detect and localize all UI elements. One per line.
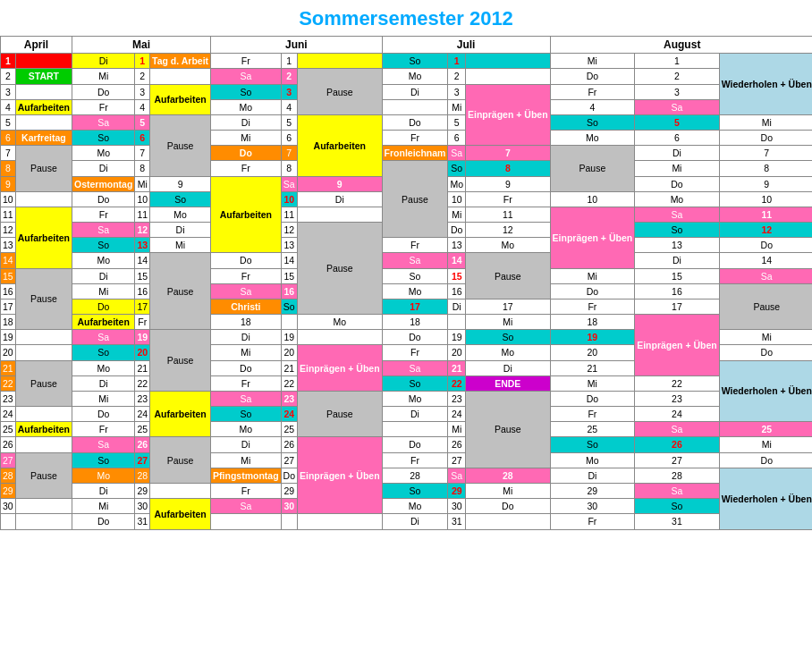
mai-14-dow: Mo: [72, 253, 135, 268]
juni-3-num: 3: [281, 84, 297, 99]
aug-13-dow: Mo: [466, 238, 551, 253]
april-29-num: 29: [1, 484, 16, 499]
juli-14-act: Pause: [466, 253, 551, 299]
april-13-num: 13: [1, 238, 16, 253]
juli-8-dow: So: [448, 161, 466, 176]
juli-19-num: 19: [448, 330, 466, 345]
mai-20-num: 20: [135, 345, 150, 360]
juli-1-num: 1: [448, 54, 466, 69]
sep-5-dow: Mi: [719, 114, 812, 130]
mai-12-num: 12: [135, 223, 150, 238]
aug-16-dow: Do: [550, 283, 635, 299]
april-21-num: 21: [1, 360, 16, 375]
juli-4-num: 4: [550, 99, 635, 114]
juni-15-num: 15: [281, 268, 297, 283]
aug-3-dow: Fr: [550, 84, 635, 99]
april-18-act: Aufarbeiten: [72, 315, 135, 330]
juli-12-num: 12: [466, 223, 551, 238]
april-16-num: 16: [1, 283, 16, 299]
mai-9-act: Aufarbeiten: [211, 176, 282, 253]
juli-25-dow: Mi: [448, 422, 466, 437]
juli-28-num: 28: [466, 468, 551, 483]
april-6-num: 6: [1, 131, 16, 146]
mai-28-act: Pfingstmontag: [211, 468, 282, 483]
header-juli: Juli: [382, 37, 550, 54]
mai-17-act: Christi: [211, 299, 282, 314]
aug-12-dow: So: [635, 223, 720, 238]
juni-5-act: Aufarbeiten: [298, 114, 383, 176]
april-4-act: Aufarbeiten: [15, 99, 72, 114]
juli-6-dow: Fr: [382, 131, 448, 146]
april-15-num: 15: [1, 268, 16, 283]
april-25-num: 25: [1, 422, 16, 437]
aug-31-num: 31: [635, 514, 720, 529]
juli-15-num: 15: [448, 268, 466, 283]
april-2-num: 2: [1, 69, 16, 84]
aug-11-num: 11: [719, 207, 812, 222]
juli-12-dow: Do: [448, 223, 466, 238]
juni-18-num: 18: [382, 315, 448, 330]
juni-25-num: 25: [281, 422, 297, 437]
aug-17-dow: Fr: [550, 299, 635, 314]
juli-11-num: 11: [466, 207, 551, 222]
mai-23-dow: Mi: [72, 391, 135, 406]
sep-6-dow: Do: [719, 131, 812, 146]
aug-1-act: Wiederholen + Üben: [719, 54, 812, 115]
juni-25-act: [382, 422, 448, 437]
mai-25-dow: Fr: [72, 422, 135, 437]
april-7-act: Pause: [15, 146, 72, 192]
juni-7-num: 7: [281, 146, 297, 161]
april-19-num: 19: [1, 330, 16, 345]
mai-13-dow: So: [72, 238, 135, 253]
aug-25-num: 25: [719, 422, 812, 437]
juni-11-dow: Mo: [150, 207, 211, 222]
juli-17-num: 17: [466, 299, 551, 314]
mai-8-dow: Di: [72, 161, 135, 176]
aug-28-act: Wiederholen + Üben: [719, 468, 812, 529]
april-24-num: 24: [1, 407, 16, 422]
aug-26-dow: So: [550, 437, 635, 452]
aug-5-dow: So: [550, 114, 635, 130]
juni-21-dow: Do: [211, 360, 282, 375]
juli-8-num: 8: [466, 161, 551, 176]
april-1-act: [15, 54, 72, 69]
juli-14-num: 14: [448, 253, 466, 268]
aug-3-num: 3: [635, 84, 720, 99]
juni-17-dow: So: [281, 299, 297, 314]
juni-18-dow: Mo: [298, 315, 383, 330]
juli-23-num: 23: [448, 391, 466, 406]
juli-14-dow: Sa: [382, 253, 448, 268]
juli-24-num: 24: [448, 407, 466, 422]
mai-1-num: 1: [135, 54, 150, 69]
aug-15-dow: Mi: [550, 268, 635, 283]
aug-29-num: 29: [550, 484, 635, 499]
aug-17-num: 17: [635, 299, 720, 314]
juli-18-dow: Mi: [466, 315, 551, 330]
mai-2-dow: Mi: [72, 69, 135, 84]
april-21-act: Pause: [15, 360, 72, 407]
juli-10-num: 10: [448, 191, 466, 207]
juni-1-num: 1: [281, 54, 297, 69]
aug-30-dow: Do: [466, 499, 551, 514]
aug-16-num: 16: [635, 283, 720, 299]
juni-31-act: [298, 514, 383, 529]
sep-27-dow: Do: [719, 452, 812, 468]
april-28-num: 28: [1, 468, 16, 483]
juni-8-act: Pause: [382, 161, 448, 238]
mai-5-act: Pause: [150, 114, 211, 176]
juni-10-num: 10: [281, 191, 297, 207]
april-14-num: 14: [1, 253, 16, 268]
juli-27-num: 27: [448, 452, 466, 468]
april-7-num: 7: [1, 146, 16, 161]
juni-12-act: Pause: [298, 223, 383, 315]
juli-13-num: 13: [448, 238, 466, 253]
mai-18-dow: Fr: [135, 315, 150, 330]
juli-2-dow: Mo: [382, 69, 448, 84]
mai-24-dow: Do: [72, 407, 135, 422]
juli-21-num: 21: [448, 360, 466, 375]
aug-20-dow: Mo: [466, 345, 551, 360]
april-27-num: 27: [1, 452, 16, 468]
juni-3-dow: So: [211, 84, 282, 99]
aug-13-num: 13: [635, 238, 720, 253]
juli-9-num: 9: [466, 176, 551, 191]
